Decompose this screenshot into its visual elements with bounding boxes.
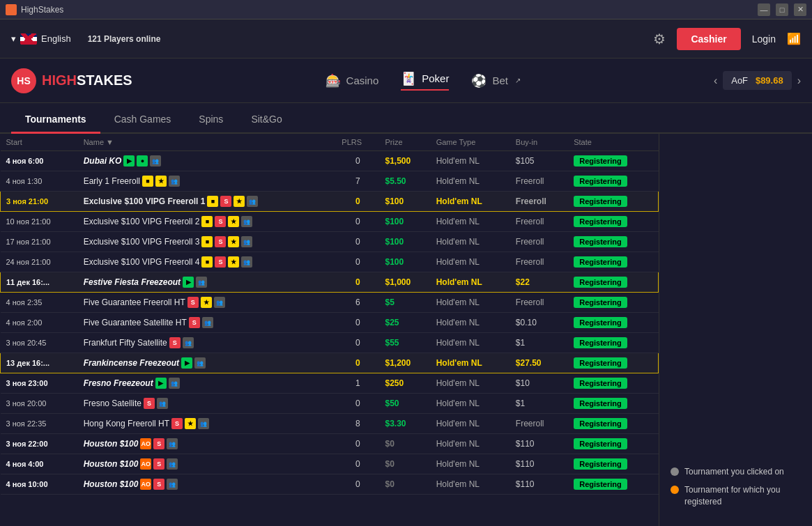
- row-prize: $100: [379, 212, 430, 232]
- row-name: Fresno SatelliteS👥: [78, 394, 337, 414]
- green-arrow-icon: ▶: [155, 378, 167, 389]
- tab-tournaments[interactable]: Tournaments: [11, 107, 100, 134]
- row-name-label: Dubai KO: [84, 156, 122, 166]
- row-gametype: Hold'em NL: [431, 252, 510, 272]
- row-start: 3 ноя 22:00: [1, 434, 78, 454]
- table-row[interactable]: 11 дек 16:...Festive Fiesta Freezeout▶👥0…: [1, 272, 659, 293]
- row-name: Fresno Freezeout▶👥: [78, 373, 337, 394]
- row-start: 3 ноя 20:00: [1, 394, 78, 414]
- row-gametype: Hold'em NL: [431, 394, 510, 414]
- row-gametype: Hold'em NL: [431, 171, 510, 192]
- row-prize: $50: [379, 394, 430, 414]
- minimize-button[interactable]: —: [758, 3, 770, 16]
- row-state: Registering: [568, 333, 658, 353]
- nav-item-poker[interactable]: 🃏 Poker: [401, 71, 449, 91]
- people-icon: 👥: [241, 216, 252, 227]
- flag-icon: [20, 33, 37, 45]
- row-name: Exclusive $100 VIPG Freeroll 1■S★👥: [78, 192, 337, 212]
- logo: HS HIGHSTAKES: [11, 68, 132, 93]
- table-row[interactable]: 10 ноя 21:00Exclusive $100 VIPG Freeroll…: [1, 212, 659, 232]
- row-prize: $5: [379, 293, 430, 313]
- red-s-icon: S: [169, 337, 181, 348]
- next-arrow-icon[interactable]: ›: [797, 75, 801, 87]
- red-s-icon: S: [144, 398, 155, 409]
- row-name-label: Frankincense Freezeout: [84, 358, 179, 368]
- row-buyin: $110: [510, 434, 568, 454]
- col-name[interactable]: Name ▼: [78, 134, 337, 151]
- account-info: AoF $89.68: [723, 71, 791, 90]
- chevron-down-icon: ▾: [11, 33, 16, 44]
- red-s-icon: S: [215, 236, 226, 247]
- star-icon: ★: [233, 196, 245, 207]
- prev-arrow-icon[interactable]: ‹: [714, 75, 717, 87]
- people-icon: 👥: [169, 378, 180, 389]
- language-selector[interactable]: ▾ English: [11, 33, 71, 45]
- table-row[interactable]: 17 ноя 21:00Exclusive $100 VIPG Freeroll…: [1, 232, 659, 252]
- table-row[interactable]: 4 ноя 2:35Five Guarantee Freeroll HTS★👥6…: [1, 293, 659, 313]
- settings-button[interactable]: ⚙: [653, 31, 666, 47]
- login-button[interactable]: Login: [752, 33, 776, 45]
- red-s-icon: S: [220, 196, 231, 207]
- close-button[interactable]: ✕: [794, 3, 806, 16]
- table-row[interactable]: 4 ноя 6:00Dubai KO▶●👥0$1,500Hold'em NL$1…: [1, 151, 659, 171]
- tab-sitgo[interactable]: Sit&Go: [237, 107, 296, 134]
- row-prize: $0: [379, 434, 430, 454]
- bet-icon: ⚽: [471, 73, 487, 88]
- maximize-button[interactable]: □: [776, 3, 788, 16]
- row-start: 13 дек 16:...: [1, 353, 78, 373]
- nav-item-casino[interactable]: 🎰 Casino: [325, 73, 379, 88]
- tab-cash-games[interactable]: Cash Games: [100, 107, 185, 134]
- red-s-icon: S: [215, 216, 226, 227]
- players-online: 121 Players online: [88, 34, 161, 44]
- row-name-label: Hong Kong Freeroll HT: [84, 419, 169, 428]
- people-icon: 👥: [214, 297, 225, 308]
- players-online-label: Players online: [104, 34, 160, 44]
- row-plrs: 0: [336, 353, 379, 373]
- state-badge: Registering: [574, 438, 627, 449]
- people-icon: 👥: [157, 398, 168, 409]
- row-name: Exclusive $100 VIPG Freeroll 3■S★👥: [78, 232, 337, 252]
- row-start: 24 ноя 21:00: [1, 252, 78, 272]
- row-prize: $0: [379, 474, 430, 495]
- row-name: Exclusive $100 VIPG Freeroll 2■S★👥: [78, 212, 337, 232]
- table-row[interactable]: 24 ноя 21:00Exclusive $100 VIPG Freeroll…: [1, 252, 659, 272]
- table-row[interactable]: 3 ноя 20:00Fresno SatelliteS👥0$50Hold'em…: [1, 394, 659, 414]
- green-arrow-icon: ▶: [181, 357, 192, 369]
- row-gametype: Hold'em NL: [431, 353, 510, 373]
- row-start: 4 ноя 4:00: [1, 454, 78, 474]
- row-buyin: $105: [510, 151, 568, 171]
- tournament-table-wrapper[interactable]: Start Name ▼ PLRS Prize Game Type Buy-in…: [0, 134, 659, 526]
- table-row[interactable]: 4 ноя 4:00Houston $100AOS👥0$0Hold'em NL$…: [1, 454, 659, 474]
- table-row[interactable]: 3 ноя 23:00Fresno Freezeout▶👥1$250Hold'e…: [1, 373, 659, 394]
- table-row[interactable]: 3 ноя 22:35Hong Kong Freeroll HTS★👥8$3.3…: [1, 414, 659, 434]
- row-prize: $25: [379, 313, 430, 333]
- row-buyin: $110: [510, 474, 568, 495]
- tab-spins[interactable]: Spins: [185, 107, 237, 134]
- table-row[interactable]: 4 ноя 10:00Houston $100AOS👥0$0Hold'em NL…: [1, 474, 659, 495]
- green-arrow-icon: ▶: [123, 155, 135, 167]
- row-icons: Hong Kong Freeroll HTS★👥: [84, 418, 331, 429]
- row-prize: $100: [379, 192, 430, 212]
- cashier-button[interactable]: Cashier: [677, 28, 740, 50]
- table-row[interactable]: 3 ноя 20:45Frankfurt Fifty SatelliteS👥0$…: [1, 333, 659, 353]
- nav-item-bet[interactable]: ⚽ Bet ↗: [471, 73, 521, 88]
- table-row[interactable]: 4 ноя 1:30Early 1 Freeroll■★👥7$5.50Hold'…: [1, 171, 659, 192]
- row-icons: Five Guarantee Satellite HTS👥: [84, 317, 331, 328]
- table-row[interactable]: 4 ноя 2:00Five Guarantee Satellite HTS👥0…: [1, 313, 659, 333]
- row-prize: $0: [379, 454, 430, 474]
- legend-item-registered: Tournament for which you registered: [671, 484, 801, 508]
- row-plrs: 0: [336, 474, 379, 495]
- row-gametype: Hold'em NL: [431, 293, 510, 313]
- row-state: Registering: [568, 414, 658, 434]
- state-badge: Registering: [574, 196, 627, 207]
- state-badge: Registering: [574, 155, 627, 167]
- row-plrs: 6: [336, 293, 379, 313]
- table-row[interactable]: 3 ноя 22:00Houston $100AOS👥0$0Hold'em NL…: [1, 434, 659, 454]
- row-buyin: Freeroll: [510, 171, 568, 192]
- table-row[interactable]: 13 дек 16:...Frankincense Freezeout▶👥0$1…: [1, 353, 659, 373]
- account-name: AoF: [731, 75, 748, 86]
- star-icon: ★: [185, 418, 196, 429]
- row-buyin: $0.10: [510, 313, 568, 333]
- table-row[interactable]: 3 ноя 21:00Exclusive $100 VIPG Freeroll …: [1, 192, 659, 212]
- row-name-label: Frankfurt Fifty Satellite: [84, 338, 167, 348]
